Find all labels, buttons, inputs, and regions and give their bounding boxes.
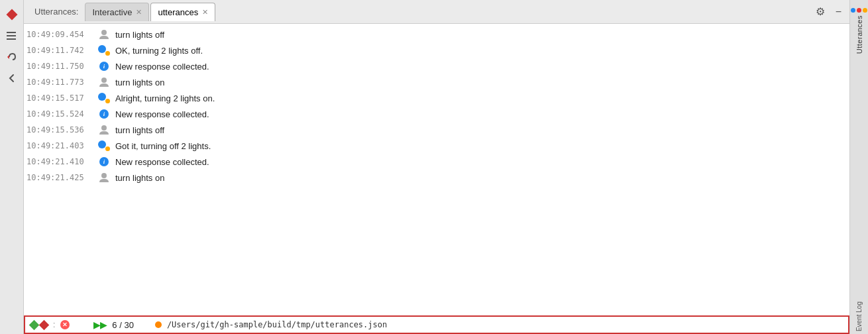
info-icon: i xyxy=(97,157,111,166)
status-colon: : xyxy=(53,320,55,329)
log-message: turn lights on xyxy=(115,173,164,183)
tab-interactive-close[interactable]: ✕ xyxy=(136,8,142,17)
log-message: turn lights off xyxy=(115,125,164,135)
log-row: 10:49:21.410 i New response collected. xyxy=(24,154,849,170)
minimize-icon[interactable]: − xyxy=(833,5,844,19)
user-icon xyxy=(97,125,111,135)
log-row: 10:49:15.536 turn lights off xyxy=(24,122,849,138)
log-row: 10:49:15.517 Alright, turning 2 lights o… xyxy=(24,90,849,106)
timestamp: 10:49:15.536 xyxy=(27,125,93,135)
tab-utterances[interactable]: utterances ✕ xyxy=(150,3,215,21)
log-content: 10:49:09.454 turn lights off 10:49:11.74… xyxy=(24,24,849,315)
sidebar-icon-diamond[interactable] xyxy=(3,5,21,24)
status-bar: : ✕ ▶▶ 6 / 30 /Users/git/gh-sample/build… xyxy=(24,315,849,334)
log-row: 10:49:21.403 Got it, turning off 2 light… xyxy=(24,138,849,154)
user-icon xyxy=(97,172,111,183)
svg-point-5 xyxy=(101,78,107,83)
utterances-label: Utterances: xyxy=(29,7,83,17)
sidebar-icon-undo[interactable] xyxy=(3,48,21,66)
dot-blue xyxy=(851,8,855,13)
user-icon xyxy=(97,77,111,87)
timestamp: 10:49:15.524 xyxy=(27,109,93,119)
svg-rect-1 xyxy=(7,35,16,36)
timestamp: 10:49:09.454 xyxy=(27,30,93,39)
user-icon xyxy=(97,29,111,40)
svg-point-6 xyxy=(101,125,107,131)
timestamp: 10:49:21.410 xyxy=(27,157,93,166)
log-message: Alright, turning 2 lights on. xyxy=(115,93,215,103)
timestamp: 10:49:15.517 xyxy=(27,93,93,103)
assistant-icon xyxy=(97,140,111,151)
log-message: New response collected. xyxy=(115,109,209,119)
tab-interactive-label: Interactive xyxy=(92,7,132,17)
utterances-dots xyxy=(851,8,867,13)
tab-interactive[interactable]: Interactive ✕ xyxy=(85,3,149,21)
left-sidebar xyxy=(0,0,24,334)
log-message: turn lights on xyxy=(115,78,164,87)
assistant-icon xyxy=(97,45,111,56)
log-row: 10:49:11.742 OK, turning 2 lights off. xyxy=(24,42,849,58)
timestamp: 10:49:11.773 xyxy=(27,78,93,87)
status-diamond xyxy=(30,321,48,329)
dot-yellow xyxy=(863,8,867,13)
log-row: 10:49:09.454 turn lights off xyxy=(24,27,849,42)
info-icon: i xyxy=(97,62,111,71)
gear-icon[interactable]: ⚙ xyxy=(813,4,828,19)
log-row: 10:49:11.773 turn lights on xyxy=(24,74,849,90)
tab-utterances-close[interactable]: ✕ xyxy=(202,8,208,17)
file-path: /Users/git/gh-sample/build/tmp/utterance… xyxy=(167,320,387,329)
event-log-label[interactable]: Event Log xyxy=(855,302,863,331)
log-row: 10:49:15.524 i New response collected. xyxy=(24,106,849,122)
progress-label: 6 / 30 xyxy=(112,320,134,330)
log-row: 10:49:11.750 i New response collected. xyxy=(24,58,849,74)
svg-rect-2 xyxy=(7,38,16,40)
status-dot xyxy=(155,321,162,328)
log-message: OK, turning 2 lights off. xyxy=(115,46,203,56)
log-row: 10:49:21.425 turn lights on xyxy=(24,170,849,186)
timestamp: 10:49:21.403 xyxy=(27,141,93,150)
tab-right-icons: ⚙ − xyxy=(813,4,844,19)
log-message: New response collected. xyxy=(115,62,209,72)
right-sidebar: Utterances Event Log xyxy=(849,0,868,334)
cancel-icon[interactable]: ✕ xyxy=(60,320,70,329)
timestamp: 10:49:21.425 xyxy=(27,173,93,182)
timestamp: 10:49:11.750 xyxy=(27,62,93,71)
dot-red xyxy=(857,8,861,13)
log-message: Got it, turning off 2 lights. xyxy=(115,141,211,151)
svg-rect-0 xyxy=(7,32,16,33)
tab-utterances-label: utterances xyxy=(158,7,198,17)
main-area: Utterances: Interactive ✕ utterances ✕ ⚙… xyxy=(24,0,849,334)
right-tab-utterances[interactable]: Utterances xyxy=(851,3,867,294)
utterances-sidebar-label: Utterances xyxy=(855,15,863,54)
svg-point-4 xyxy=(101,30,107,35)
info-icon: i xyxy=(97,109,111,119)
timestamp: 10:49:11.742 xyxy=(27,46,93,55)
status-x-icon[interactable]: ✕ xyxy=(60,320,70,329)
svg-point-7 xyxy=(101,173,107,178)
assistant-icon xyxy=(97,93,111,103)
log-message: New response collected. xyxy=(115,157,209,167)
sidebar-icon-back[interactable] xyxy=(3,69,21,87)
play-forward-icon[interactable]: ▶▶ xyxy=(93,320,107,330)
tab-bar: Utterances: Interactive ✕ utterances ✕ ⚙… xyxy=(24,0,849,24)
log-message: turn lights off xyxy=(115,30,164,40)
svg-marker-3 xyxy=(7,55,9,59)
sidebar-icon-list[interactable] xyxy=(3,27,21,45)
